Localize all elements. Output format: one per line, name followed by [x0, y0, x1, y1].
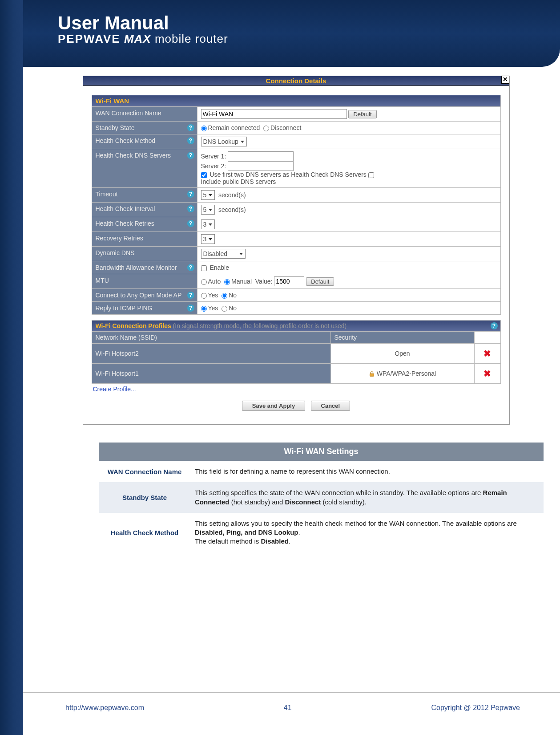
- profile-row[interactable]: Wi-Fi Hotsport2 Open ✖: [92, 344, 500, 364]
- hc-dns-public-checkbox[interactable]: [368, 172, 374, 178]
- label-ddns: Dynamic DNS: [92, 247, 197, 261]
- profile-ssid: Wi-Fi Hotsport2: [92, 344, 330, 364]
- label-icmp: Reply to ICMP PING?: [92, 302, 197, 315]
- hc-interval-select[interactable]: 5: [201, 205, 215, 215]
- wifi-profiles-table: Wi-Fi Connection Profiles (In signal str…: [92, 320, 501, 384]
- hc-dns-server1-input[interactable]: [228, 151, 294, 161]
- wan-name-input[interactable]: [201, 109, 347, 119]
- help-icon[interactable]: ?: [187, 137, 194, 144]
- hc-method-select[interactable]: DNS Lookup: [201, 137, 247, 146]
- header-subtitle: PEPWAVE MAX mobile router: [58, 32, 560, 46]
- doc-desc: This setting specifies the state of the …: [190, 482, 544, 513]
- section-header: Wi-Fi WAN: [92, 95, 500, 107]
- page-header: User Manual PEPWAVE MAX mobile router: [0, 0, 560, 67]
- mtu-manual-radio[interactable]: [224, 279, 230, 285]
- close-icon[interactable]: ✕: [501, 76, 509, 84]
- timeout-select[interactable]: 5: [201, 190, 215, 200]
- doc-label: WAN Connection Name: [99, 461, 190, 482]
- label-wan-name: WAN Connection Name: [92, 107, 197, 122]
- hc-dns-server2-input[interactable]: [228, 161, 294, 171]
- doc-desc: This setting allows you to specify the h…: [190, 513, 544, 552]
- doc-desc: This field is for defining a name to rep…: [190, 461, 544, 482]
- lock-icon: [369, 371, 375, 377]
- standby-remain-radio[interactable]: [201, 126, 207, 131]
- screenshot-panel: Connection Details ✕ Wi-Fi WAN WAN Conne…: [83, 76, 510, 425]
- help-icon[interactable]: ?: [187, 124, 194, 131]
- bwm-enable-checkbox[interactable]: [201, 265, 207, 271]
- openap-no-radio[interactable]: [222, 293, 227, 299]
- col-ssid: Network Name (SSID): [92, 332, 330, 344]
- label-standby: Standby State?: [92, 122, 197, 134]
- hc-dns-usefirst-checkbox[interactable]: [201, 172, 207, 178]
- label-rec-retries: Recovery Retries: [92, 232, 197, 247]
- profile-ssid: Wi-Fi Hotsport1: [92, 364, 330, 384]
- icmp-no-radio[interactable]: [222, 306, 227, 312]
- rec-retries-select[interactable]: 3: [201, 234, 215, 244]
- save-apply-button[interactable]: Save and Apply: [242, 401, 305, 411]
- col-security: Security: [330, 332, 474, 344]
- settings-doc-table: Wi-Fi WAN Settings WAN Connection Name T…: [99, 443, 544, 552]
- profile-security: WPA/WPA2-Personal: [330, 364, 474, 384]
- delete-icon[interactable]: ✖: [483, 369, 491, 378]
- label-hc-method: Health Check Method?: [92, 134, 197, 149]
- help-icon[interactable]: ?: [491, 322, 498, 329]
- doc-title: Wi-Fi WAN Settings: [99, 443, 544, 461]
- standby-disconnect-radio[interactable]: [263, 126, 269, 131]
- mtu-default-button[interactable]: Default: [306, 277, 334, 286]
- label-timeout: Timeout?: [92, 188, 197, 203]
- cancel-button[interactable]: Cancel: [311, 401, 351, 411]
- wan-name-default-button[interactable]: Default: [348, 110, 376, 118]
- label-bwm: Bandwidth Allowance Monitor?: [92, 261, 197, 274]
- svg-rect-0: [370, 374, 374, 376]
- label-mtu: MTU: [92, 274, 197, 289]
- icmp-yes-radio[interactable]: [201, 306, 207, 312]
- create-profile-link[interactable]: Create Profile...: [93, 386, 509, 393]
- label-hc-interval: Health Check Interval?: [92, 203, 197, 217]
- help-icon[interactable]: ?: [187, 205, 194, 212]
- mtu-value-input[interactable]: [274, 276, 304, 286]
- openap-yes-radio[interactable]: [201, 293, 207, 299]
- label-hc-dns: Health Check DNS Servers?: [92, 149, 197, 188]
- doc-label: Health Check Method: [99, 513, 190, 552]
- delete-icon[interactable]: ✖: [483, 349, 491, 358]
- help-icon[interactable]: ?: [187, 264, 194, 271]
- label-openap: Connect to Any Open Mode AP?: [92, 289, 197, 302]
- profile-row[interactable]: Wi-Fi Hotsport1 WPA/WPA2-Personal ✖: [92, 364, 500, 384]
- mtu-auto-radio[interactable]: [201, 279, 207, 285]
- hc-retries-select[interactable]: 3: [201, 219, 215, 229]
- help-icon[interactable]: ?: [187, 191, 194, 198]
- doc-label: Standby State: [99, 482, 190, 513]
- connection-details-title: Connection Details: [266, 77, 326, 85]
- help-icon[interactable]: ?: [187, 292, 194, 299]
- label-hc-retries: Health Check Retries?: [92, 217, 197, 232]
- help-icon[interactable]: ?: [187, 152, 194, 159]
- profile-security: Open: [330, 344, 474, 364]
- help-icon[interactable]: ?: [187, 305, 194, 312]
- wifi-wan-settings-table: Wi-Fi WAN WAN Connection Name Default St…: [92, 95, 501, 315]
- ddns-select[interactable]: Disabled: [201, 249, 246, 259]
- help-icon[interactable]: ?: [187, 220, 194, 227]
- profiles-header: Wi-Fi Connection Profiles (In signal str…: [92, 321, 500, 332]
- left-accent-strip: [0, 0, 23, 552]
- header-title: User Manual: [58, 0, 560, 34]
- connection-details-titlebar: Connection Details ✕: [83, 76, 509, 86]
